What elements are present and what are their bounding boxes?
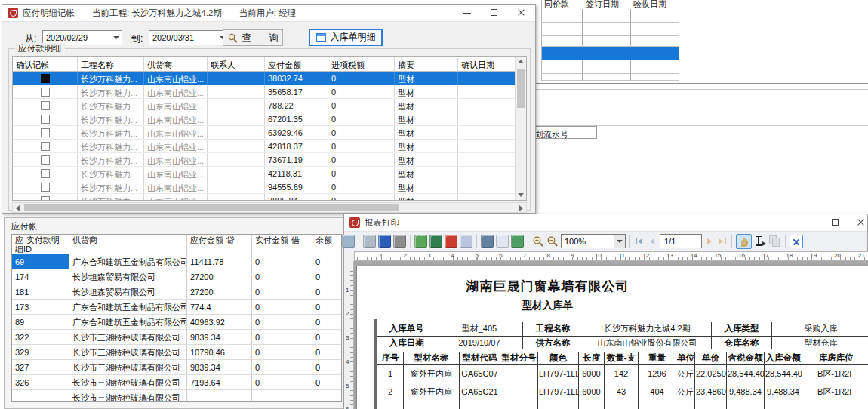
table-row[interactable] — [542, 9, 583, 23]
cell[interactable] — [208, 126, 265, 139]
book-icon[interactable] — [378, 235, 391, 248]
toc-panel-icon[interactable] — [342, 235, 355, 248]
column-header[interactable]: 应付金额 — [265, 57, 328, 71]
confirm-checkbox[interactable] — [41, 88, 50, 97]
zoom-in-icon[interactable] — [532, 235, 544, 248]
cell[interactable]: 0 — [312, 254, 342, 269]
confirm-checkbox[interactable] — [41, 128, 50, 137]
cell[interactable]: 0 — [312, 345, 342, 360]
column-header[interactable]: 工程名称 — [78, 57, 144, 71]
cell[interactable]: 174 — [12, 269, 69, 284]
cell[interactable]: 0 — [252, 300, 312, 315]
cell[interactable]: 774.4 — [187, 300, 252, 315]
cell[interactable]: 0 — [328, 153, 395, 166]
cell[interactable]: 327 — [12, 360, 69, 375]
cell[interactable]: 3895.84 — [265, 194, 328, 200]
cell[interactable]: 94555.69 — [265, 180, 328, 193]
next-page-button[interactable] — [704, 236, 715, 247]
cell[interactable]: 0 — [312, 330, 342, 345]
cell[interactable] — [458, 194, 515, 200]
cell[interactable]: 9839.34 — [187, 330, 252, 345]
cell[interactable]: 329 — [12, 345, 69, 360]
send-mail-icon[interactable] — [460, 235, 472, 248]
table-row[interactable] — [542, 23, 583, 36]
cell[interactable]: 0 — [252, 254, 312, 269]
selected-row[interactable] — [542, 47, 679, 60]
cell[interactable]: 0 — [252, 269, 312, 284]
cell[interactable] — [187, 390, 252, 402]
cell[interactable]: 广东合和建筑五金制品有限公司 — [69, 315, 187, 330]
cell[interactable]: 长沙万科魅力... — [78, 126, 144, 139]
cell[interactable] — [458, 153, 515, 166]
checkbox-cell[interactable] — [13, 140, 78, 152]
cell[interactable]: 0 — [328, 180, 395, 193]
scroll-down-icon[interactable] — [518, 193, 524, 197]
cell[interactable]: 型材 — [395, 112, 458, 125]
table-row[interactable]: 长沙万科魅力...山东南山铝业...67201.350型材283 — [13, 112, 515, 126]
cell[interactable]: 长沙市三湘特种玻璃有限公司 — [69, 360, 187, 375]
cell[interactable]: 27200 — [187, 269, 252, 284]
column-header[interactable]: 进项税额 — [328, 57, 395, 71]
zoom-level-select[interactable]: 100% — [561, 234, 626, 248]
cell[interactable] — [208, 167, 265, 180]
cell[interactable]: 73671.19 — [265, 153, 328, 166]
cell[interactable]: 0 — [312, 315, 342, 330]
close-button[interactable] — [849, 214, 863, 231]
cell[interactable] — [458, 167, 515, 180]
table-row[interactable]: 长沙万科魅力...山东南山铝业...73671.190型材266 — [13, 153, 515, 167]
cell[interactable]: 27200 — [187, 284, 252, 300]
cell[interactable]: 长沙坦森贸易有限公司 — [69, 269, 187, 284]
title-bar[interactable]: 报表打印 — [344, 214, 867, 232]
cell[interactable]: 山东南山铝业... — [144, 72, 208, 85]
cell[interactable]: 0 — [252, 375, 312, 390]
cell[interactable] — [208, 112, 265, 125]
cell[interactable]: 0 — [328, 112, 395, 125]
copy-icon[interactable] — [768, 235, 781, 248]
maximize-button[interactable] — [822, 214, 849, 231]
column-header[interactable]: 联系人 — [208, 57, 265, 71]
page-setup-icon[interactable] — [393, 235, 406, 248]
save-icon[interactable] — [481, 235, 494, 248]
cell[interactable]: 7193.64 — [187, 375, 252, 390]
plan-serial-field[interactable]: 计划流水号 — [531, 126, 597, 139]
cell[interactable]: 0 — [328, 99, 395, 112]
confirm-checkbox[interactable] — [41, 115, 50, 124]
checkbox-cell[interactable] — [13, 85, 78, 98]
table-row[interactable] — [631, 60, 679, 74]
cell[interactable]: 长沙市三湘特种玻璃有限公司 — [69, 375, 187, 390]
title-bar[interactable]: 应付明细记帐------当前工程: 长沙万科魅力之城4.2期------当前用户… — [2, 5, 535, 22]
cell[interactable] — [458, 140, 515, 152]
table-row[interactable] — [542, 60, 583, 74]
cell[interactable]: 40963.92 — [187, 315, 252, 330]
cell[interactable]: 长沙市三湘特种玻璃有限公司 — [69, 330, 187, 345]
cell[interactable]: 69 — [12, 254, 69, 269]
cell[interactable]: 63929.46 — [265, 126, 328, 139]
table-row[interactable]: 长沙万科魅力...山东南山铝业...94555.690型材251 — [13, 180, 515, 194]
table-row[interactable]: 69广东合和建筑五金制品有限公司11411.7800 — [12, 254, 341, 269]
cell[interactable]: 山东南山铝业... — [144, 167, 208, 180]
cell[interactable]: 67201.35 — [265, 112, 328, 125]
cell[interactable]: 山东南山铝业... — [144, 180, 208, 193]
scroll-left-icon[interactable] — [16, 205, 20, 211]
column-header[interactable]: 余额 — [312, 235, 342, 254]
cell[interactable]: 长沙坦森贸易有限公司 — [69, 284, 187, 300]
cell[interactable] — [458, 126, 515, 139]
cell[interactable]: 型材 — [395, 72, 458, 85]
cell[interactable] — [208, 180, 265, 193]
to-date-select[interactable]: 2020/03/31 — [149, 30, 229, 45]
column-header[interactable]: 摘要 — [395, 57, 458, 71]
cell[interactable]: 42118.31 — [265, 167, 328, 180]
text-select-tool-button[interactable] — [754, 235, 766, 248]
confirm-checkbox[interactable] — [41, 74, 50, 83]
cell[interactable]: 型材 — [395, 140, 458, 152]
checkbox-cell[interactable] — [13, 72, 78, 85]
cell[interactable] — [208, 194, 265, 200]
cell[interactable] — [458, 85, 515, 98]
cell[interactable]: 0 — [328, 167, 395, 180]
cell[interactable]: 0 — [312, 375, 342, 390]
cell[interactable] — [208, 99, 265, 112]
cell[interactable] — [458, 72, 515, 85]
cell[interactable]: 322 — [12, 330, 69, 345]
cell[interactable]: 35658.17 — [265, 85, 328, 98]
cell[interactable] — [208, 72, 265, 85]
